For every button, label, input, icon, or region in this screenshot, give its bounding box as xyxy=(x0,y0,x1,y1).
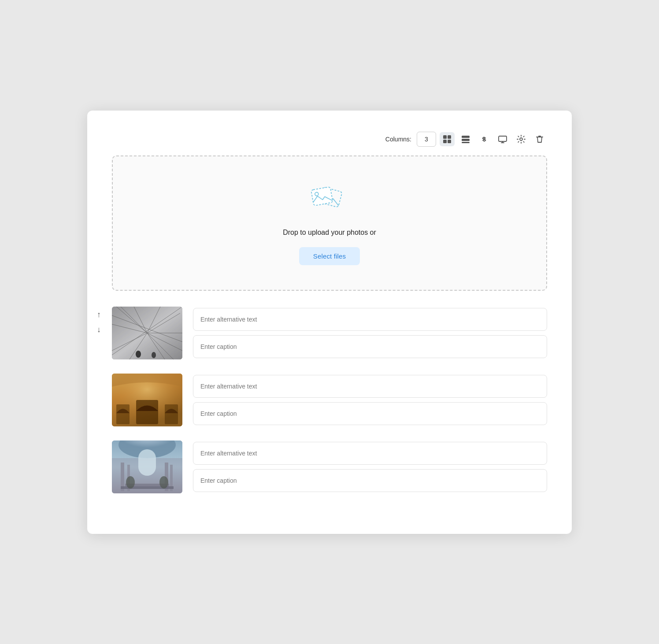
monitor-button[interactable] xyxy=(495,132,510,146)
down-arrow-icon: ↓ xyxy=(97,325,101,334)
alt-text-input-1[interactable] xyxy=(193,308,547,331)
layout-row-button[interactable] xyxy=(458,132,473,146)
move-up-button[interactable]: ↑ xyxy=(95,310,103,319)
photo-thumbnail-1 xyxy=(112,307,182,359)
photo-row xyxy=(112,307,547,359)
caption-input-3[interactable] xyxy=(193,469,547,492)
monitor-icon xyxy=(498,134,507,144)
svg-rect-35 xyxy=(136,400,158,424)
svg-rect-4 xyxy=(462,136,470,138)
svg-rect-2 xyxy=(443,140,447,143)
up-arrow-icon: ↑ xyxy=(97,310,101,319)
svg-point-11 xyxy=(520,138,522,141)
side-nav: ↑ ↓ xyxy=(95,310,103,334)
caption-input-2[interactable] xyxy=(193,402,547,425)
svg-point-31 xyxy=(136,351,141,358)
drop-zone[interactable]: Drop to upload your photos or Select fil… xyxy=(112,155,547,291)
svg-rect-14 xyxy=(311,186,333,205)
photo-fields-3 xyxy=(193,442,547,492)
svg-rect-5 xyxy=(462,139,470,141)
svg-rect-6 xyxy=(462,142,470,143)
select-files-button[interactable]: Select files xyxy=(299,247,360,265)
svg-rect-8 xyxy=(499,136,507,141)
drop-zone-icon xyxy=(307,181,352,218)
move-down-button[interactable]: ↓ xyxy=(95,325,103,334)
photo-thumbnail-2 xyxy=(112,374,182,426)
settings-button[interactable] xyxy=(514,132,529,146)
photo-thumbnail-3 xyxy=(112,440,182,493)
columns-label: Columns: xyxy=(385,136,411,143)
trash-icon xyxy=(535,134,544,144)
alt-text-input-2[interactable] xyxy=(193,375,547,398)
photo-fields-1 xyxy=(193,308,547,358)
link-button[interactable] xyxy=(477,132,492,146)
toolbar: Columns: xyxy=(112,132,547,147)
svg-point-49 xyxy=(159,476,168,489)
svg-rect-41 xyxy=(138,449,156,476)
photo-fields-2 xyxy=(193,375,547,425)
layout-grid-button[interactable] xyxy=(440,132,455,146)
svg-rect-3 xyxy=(448,140,451,143)
delete-button[interactable] xyxy=(532,132,547,146)
drop-zone-text: Drop to upload your photos or xyxy=(283,229,376,237)
svg-point-32 xyxy=(152,352,156,358)
photo-row xyxy=(112,374,547,426)
svg-rect-0 xyxy=(443,135,447,139)
svg-rect-36 xyxy=(116,404,130,424)
layout-grid-icon xyxy=(442,134,452,144)
alt-text-input-3[interactable] xyxy=(193,442,547,465)
photo-row xyxy=(112,440,547,493)
layout-row-icon xyxy=(461,134,470,144)
main-card: ↑ ↓ Columns: xyxy=(87,111,572,534)
caption-input-1[interactable] xyxy=(193,335,547,358)
columns-input[interactable] xyxy=(417,132,436,147)
svg-point-48 xyxy=(126,476,135,489)
svg-rect-1 xyxy=(448,135,451,139)
svg-rect-37 xyxy=(165,404,178,424)
gear-icon xyxy=(516,134,526,144)
link-icon xyxy=(479,134,489,144)
